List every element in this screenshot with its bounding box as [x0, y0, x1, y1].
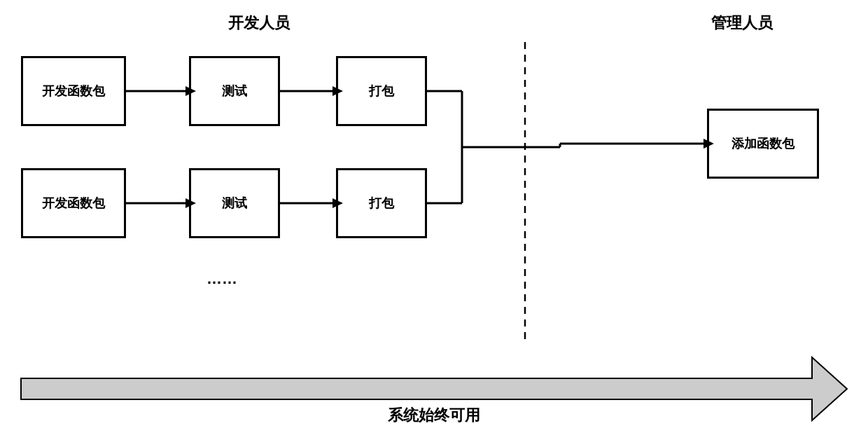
role-admin: 管理人员	[672, 13, 812, 34]
box-pack-row2: 打包	[336, 168, 427, 238]
box-dev-pkg-row1: 开发函数包	[21, 56, 126, 126]
diagram-container: 开发人员 管理人员 开发函数包 测试 打包 开发函数包 测试 打包 添加函数包 …	[0, 0, 868, 440]
box-dev-pkg-row2: 开发函数包	[21, 168, 126, 238]
box-pack-row1: 打包	[336, 56, 427, 126]
role-developer: 开发人员	[189, 13, 329, 34]
box-add-pkg: 添加函数包	[707, 109, 819, 179]
box-test-row1: 测试	[189, 56, 280, 126]
arrows-svg	[0, 0, 868, 440]
bottom-label: 系统始终可用	[388, 405, 480, 426]
ellipsis-label: ……	[206, 270, 237, 288]
box-test-row2: 测试	[189, 168, 280, 238]
